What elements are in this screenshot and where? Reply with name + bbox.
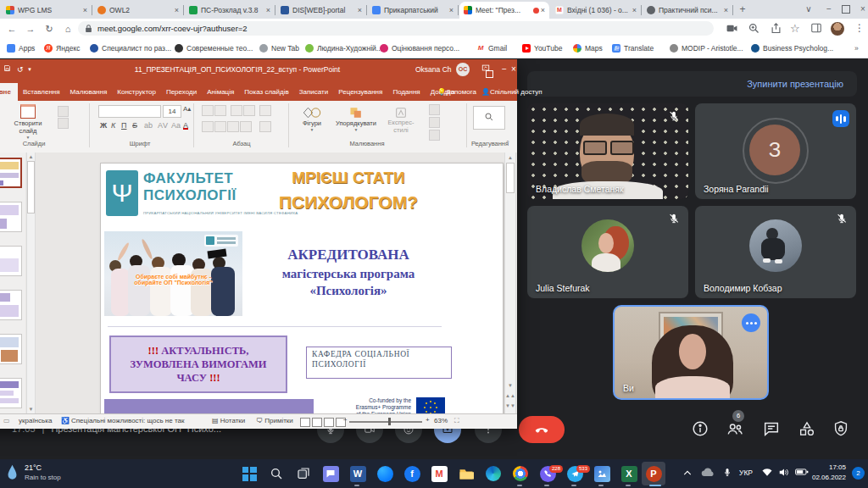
browser-tab[interactable]: Прикарпатський× bbox=[368, 2, 458, 19]
quick-styles-button[interactable]: Експрес-стилі bbox=[381, 106, 420, 134]
host-controls-icon[interactable] bbox=[832, 419, 852, 440]
slide-layout-icon[interactable] bbox=[58, 106, 69, 117]
tray-microphone-icon[interactable] bbox=[722, 467, 732, 478]
gmail-icon[interactable]: M bbox=[429, 463, 449, 484]
new-tab-button[interactable]: + bbox=[734, 0, 751, 19]
ribbon-tab[interactable]: Конструктор bbox=[112, 83, 161, 101]
excel-icon[interactable]: X bbox=[619, 463, 639, 484]
start-button[interactable] bbox=[239, 463, 259, 484]
chat-icon[interactable] bbox=[762, 419, 782, 440]
photos-icon[interactable] bbox=[592, 463, 612, 484]
bookmark-item[interactable]: MODIP - Aristotle... bbox=[670, 42, 743, 54]
tab-close-icon[interactable]: × bbox=[356, 6, 362, 14]
slide-thumbnail[interactable] bbox=[0, 290, 22, 320]
character-spacing-icon[interactable]: АV bbox=[158, 121, 168, 130]
slide-thumbnail[interactable] bbox=[0, 202, 22, 232]
more-options-icon[interactable] bbox=[742, 313, 760, 332]
wifi-icon[interactable] bbox=[761, 467, 773, 477]
normal-view-icon[interactable] bbox=[300, 418, 310, 427]
account-avatar[interactable]: OC bbox=[456, 63, 470, 76]
font-name-combobox[interactable] bbox=[98, 105, 161, 118]
slide-thumbnail[interactable] bbox=[0, 334, 22, 364]
powerpoint-taskbar-icon[interactable]: P bbox=[643, 463, 664, 484]
participant-tile[interactable]: Владислав Сметаняк bbox=[527, 103, 688, 199]
bullets-icon[interactable] bbox=[202, 105, 214, 116]
collapse-ribbon-icon[interactable]: ⌃ bbox=[505, 140, 510, 147]
browser-menu-icon[interactable]: ⋮ bbox=[853, 22, 866, 36]
edge-icon[interactable] bbox=[483, 463, 504, 484]
tray-clock[interactable]: 17:05 02.06.2022 bbox=[812, 463, 846, 483]
help-button[interactable]: 💡Допомога bbox=[437, 83, 476, 101]
columns-icon[interactable] bbox=[259, 121, 271, 132]
tray-expand-chevron-icon[interactable] bbox=[683, 469, 692, 476]
font-color-icon[interactable]: А bbox=[183, 121, 188, 130]
next-slide-icon[interactable]: ▼▼ bbox=[505, 403, 515, 408]
search-icon[interactable] bbox=[266, 463, 287, 484]
slide-reset-icon[interactable] bbox=[58, 118, 69, 129]
bookmark-item[interactable]: Яндекс bbox=[44, 42, 81, 54]
address-bar[interactable]: meet.google.com/xrr-coev-ujr?authuser=2 bbox=[78, 21, 714, 36]
accessibility-status[interactable]: Спеціальні можливості: щось не так bbox=[71, 417, 184, 424]
messenger-icon[interactable] bbox=[375, 463, 395, 484]
notes-button[interactable]: ▤ Нотатки bbox=[212, 417, 245, 424]
bookmark-item[interactable]: Apps bbox=[7, 42, 35, 54]
ribbon-tab[interactable]: Вставлення bbox=[18, 83, 65, 101]
slide-thumbnail[interactable] bbox=[0, 378, 22, 408]
ribbon-tab[interactable]: Показ слайдів bbox=[239, 83, 293, 101]
teams-chat-icon[interactable] bbox=[320, 463, 341, 484]
volume-icon[interactable] bbox=[778, 467, 790, 478]
slide-scrollbar[interactable]: ▲ ▼ ▲▲ ▼▼ bbox=[504, 152, 516, 413]
align-right-icon[interactable] bbox=[227, 121, 239, 132]
tab-search-chevron-icon[interactable]: ∨ bbox=[800, 0, 817, 19]
bookmark-item[interactable]: Translate bbox=[612, 42, 654, 54]
zoom-in-icon[interactable]: + bbox=[426, 416, 430, 424]
bookmark-item[interactable]: Business Psycholog... bbox=[751, 42, 833, 54]
status-language[interactable]: українська bbox=[19, 417, 52, 424]
participant-tile[interactable]: Julia Stefurak bbox=[527, 206, 688, 298]
camera-in-use-icon[interactable] bbox=[726, 22, 739, 36]
text-direction-icon[interactable] bbox=[259, 105, 271, 116]
side-panel-icon[interactable] bbox=[810, 22, 824, 36]
stop-presentation-button[interactable]: Зупинити презентацію bbox=[527, 71, 857, 97]
notification-badge[interactable]: 2 bbox=[852, 467, 865, 480]
previous-slide-icon[interactable]: ▲▲ bbox=[505, 393, 515, 398]
tab-close-icon[interactable]: × bbox=[173, 6, 179, 14]
ribbon-tab[interactable]: Анімація bbox=[202, 83, 239, 101]
browser-tab[interactable]: Практичний пси...× bbox=[643, 2, 732, 19]
bookmark-item[interactable]: YouTube bbox=[522, 42, 562, 54]
zoom-icon[interactable] bbox=[748, 22, 761, 36]
window-maximize-button[interactable] bbox=[837, 0, 854, 19]
underline-button[interactable]: П bbox=[121, 121, 126, 130]
ribbon-tab[interactable]: Переходи bbox=[161, 83, 202, 101]
bold-button[interactable]: Ж bbox=[100, 121, 107, 130]
shape-effects-icon[interactable] bbox=[429, 130, 440, 141]
bookmark-item[interactable]: New Tab bbox=[259, 42, 299, 54]
slide-sorter-view-icon[interactable] bbox=[312, 418, 322, 427]
share-icon[interactable] bbox=[770, 22, 783, 36]
reload-icon[interactable]: ↻ bbox=[42, 22, 56, 36]
browser-tab[interactable]: OWL2× bbox=[93, 2, 183, 19]
ribbon-tab[interactable]: Рецензування bbox=[333, 83, 387, 101]
new-slide-button[interactable]: Створити слайд ▼ bbox=[5, 104, 51, 140]
facebook-icon[interactable]: f bbox=[402, 463, 422, 484]
ppt-close-button[interactable]: × bbox=[504, 59, 523, 80]
ribbon-tab-home[interactable]: Головне bbox=[0, 83, 18, 101]
participants-icon[interactable] bbox=[726, 419, 746, 440]
line-spacing-icon[interactable] bbox=[243, 105, 255, 116]
file-explorer-icon[interactable] bbox=[456, 463, 476, 484]
italic-button[interactable]: К bbox=[111, 121, 115, 130]
tab-close-icon[interactable]: × bbox=[539, 6, 545, 14]
tab-close-icon[interactable]: × bbox=[631, 6, 637, 14]
battery-icon[interactable] bbox=[795, 467, 809, 477]
browser-tab[interactable]: Вхідні (1 036) - o...× bbox=[551, 2, 641, 19]
tab-close-icon[interactable]: × bbox=[81, 6, 87, 14]
justify-icon[interactable] bbox=[240, 121, 252, 132]
account-name[interactable]: Oksana Ch bbox=[415, 59, 452, 80]
align-left-icon[interactable] bbox=[202, 121, 214, 132]
weather-widget[interactable]: 21°C Rain to stop bbox=[5, 463, 61, 482]
powerpoint-title-bar[interactable]: ↺ ▼ 11_ПРЕЗЕНТАЦІЯ_ОП_ПСИХОЛОГІЯ_22_всту… bbox=[0, 59, 517, 80]
participant-tile[interactable]: Володимир Кобзар bbox=[695, 206, 856, 298]
grow-font-icon[interactable]: А▴ bbox=[183, 105, 191, 113]
change-case-icon[interactable]: Aa bbox=[171, 121, 181, 130]
bookmark-item[interactable]: Современные тео... bbox=[175, 42, 253, 54]
